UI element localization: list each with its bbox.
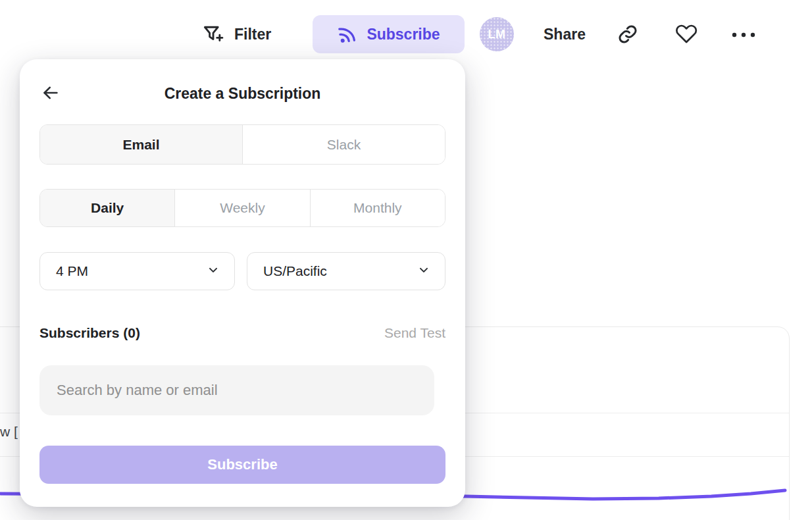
timezone-select[interactable]: US/Pacific bbox=[247, 252, 445, 290]
back-button[interactable] bbox=[41, 84, 61, 103]
more-options-button[interactable] bbox=[730, 24, 757, 46]
create-subscription-dialog: Create a Subscription Email Slack Daily … bbox=[20, 59, 465, 507]
subscribe-toolbar-button[interactable]: Subscribe bbox=[313, 15, 465, 53]
ellipsis-icon bbox=[730, 30, 757, 39]
tab-slack[interactable]: Slack bbox=[243, 125, 445, 164]
subscriber-search-input[interactable] bbox=[39, 365, 434, 415]
tab-daily[interactable]: Daily bbox=[40, 190, 175, 226]
time-select-value: 4 PM bbox=[56, 263, 88, 279]
favorite-button[interactable] bbox=[674, 22, 699, 47]
clipped-row-text: w [ bbox=[0, 424, 18, 440]
avatar-initials: LM bbox=[488, 28, 506, 41]
tab-email[interactable]: Email bbox=[40, 125, 243, 164]
subscribers-count-label: Subscribers (0) bbox=[39, 325, 140, 341]
heart-icon bbox=[675, 23, 699, 47]
copy-link-button[interactable] bbox=[616, 22, 640, 46]
dialog-header: Create a Subscription bbox=[39, 84, 445, 103]
dialog-title: Create a Subscription bbox=[165, 85, 321, 103]
link-icon bbox=[617, 23, 639, 45]
timezone-select-value: US/Pacific bbox=[263, 263, 327, 279]
rss-icon bbox=[337, 24, 357, 44]
back-arrow-icon bbox=[41, 83, 61, 105]
filter-button[interactable]: Filter bbox=[201, 20, 271, 49]
chevron-down-icon bbox=[207, 263, 220, 279]
send-test-button[interactable]: Send Test bbox=[384, 325, 445, 341]
schedule-selects-row: 4 PM US/Pacific bbox=[39, 252, 445, 290]
toolbar: Filter Subscribe LM Share bbox=[0, 0, 812, 68]
channel-tabs: Email Slack bbox=[39, 124, 445, 165]
tab-weekly[interactable]: Weekly bbox=[175, 190, 310, 226]
filter-label: Filter bbox=[234, 26, 271, 43]
subscribe-submit-button[interactable]: Subscribe bbox=[39, 446, 445, 484]
avatar[interactable]: LM bbox=[480, 17, 514, 51]
time-select[interactable]: 4 PM bbox=[39, 252, 235, 290]
filter-plus-icon bbox=[201, 22, 226, 47]
frequency-tabs: Daily Weekly Monthly bbox=[39, 189, 445, 227]
tab-monthly[interactable]: Monthly bbox=[311, 190, 445, 226]
subscribers-row: Subscribers (0) Send Test bbox=[39, 325, 445, 341]
subscribe-label: Subscribe bbox=[367, 26, 440, 43]
share-button[interactable]: Share bbox=[544, 20, 586, 49]
share-label: Share bbox=[544, 26, 586, 43]
chevron-down-icon bbox=[417, 263, 430, 279]
